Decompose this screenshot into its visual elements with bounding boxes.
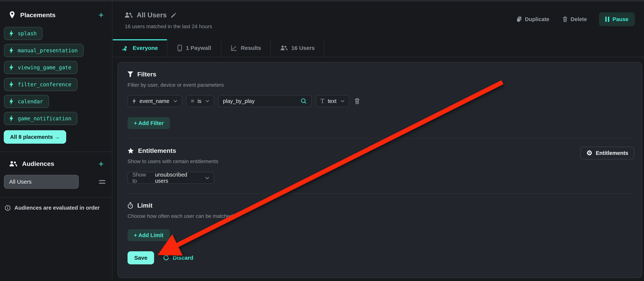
placement-pill[interactable]: viewing_game_gate (4, 61, 78, 74)
tab-label: 16 Users (291, 45, 315, 51)
filter-type-value: text (328, 98, 336, 104)
window-top-strip (0, 0, 644, 1)
chevron-down-icon (174, 100, 177, 102)
show-to-label: Show to (132, 172, 152, 184)
entitlements-settings-button[interactable]: ⚙ Entitlements (580, 147, 634, 159)
bolt-icon (132, 98, 136, 104)
placement-pill-label: calendar (18, 98, 43, 105)
delete-label: Delete (571, 16, 587, 22)
tab-paywall[interactable]: 1 Paywall (167, 39, 222, 57)
placement-pill[interactable]: game_notification (4, 112, 78, 125)
stopwatch-icon (128, 202, 133, 209)
audience-row: All Users (0, 167, 112, 189)
discard-button[interactable]: Discard (162, 254, 194, 261)
tab-bar: Everyone 1 Paywall Results 16 Users (113, 39, 644, 57)
drag-handle-icon[interactable] (99, 180, 105, 184)
pause-icon (605, 17, 609, 22)
page-title: All Users (137, 11, 166, 19)
show-to-value: unsubscribed users (155, 172, 201, 184)
filter-operator-value: is (198, 98, 202, 104)
filter-row: event_name = is play_by_play (128, 95, 634, 107)
users-icon (9, 161, 17, 167)
edit-pencil-icon[interactable] (171, 12, 177, 18)
funnel-icon (128, 71, 133, 77)
placement-pill[interactable]: splash (4, 27, 43, 40)
placement-pill-label: splash (18, 30, 37, 37)
filters-title: Filters (137, 71, 156, 78)
title-row: All Users (124, 11, 177, 19)
chevron-down-icon (341, 100, 344, 102)
audience-item[interactable]: All Users (4, 175, 79, 189)
tab-label: Everyone (132, 45, 158, 51)
copy-icon (516, 16, 522, 22)
entitlements-section: Entitlements Show to users with certain … (128, 138, 634, 193)
pause-label: Pause (612, 16, 628, 22)
text-type-icon: T (320, 98, 324, 104)
audiences-note-text: Audiences are evaluated in order (14, 205, 100, 211)
duplicate-label: Duplicate (525, 16, 550, 22)
entitlements-subtitle: Show to users with certain entitlements (128, 158, 634, 164)
users-icon (124, 12, 132, 18)
sidebar: Placements + splash manual_presentation … (0, 1, 112, 281)
discard-label: Discard (173, 255, 193, 261)
placement-pill-label: viewing_game_gate (18, 64, 72, 71)
filter-type-dropdown[interactable]: T text (316, 95, 349, 107)
bolt-icon (9, 64, 14, 71)
entitlements-settings-label: Entitlements (596, 150, 628, 156)
tab-everyone[interactable]: Everyone (113, 39, 167, 57)
bolt-icon (9, 115, 14, 122)
gear-icon: ⚙ (586, 150, 592, 156)
tab-label: Results (241, 45, 261, 51)
audiences-header: Audiences + (0, 152, 112, 167)
filter-field-dropdown[interactable]: event_name (128, 95, 182, 107)
tab-label: 1 Paywall (186, 45, 211, 51)
all-placements-button[interactable]: All 8 placements → (4, 130, 66, 144)
chart-icon (231, 45, 237, 51)
tab-users[interactable]: 16 Users (271, 39, 324, 57)
remove-filter-button[interactable] (353, 98, 361, 104)
duplicate-button[interactable]: Duplicate (515, 16, 550, 23)
bolt-icon (9, 47, 14, 54)
placement-pill-label: manual_presentation (18, 47, 78, 54)
app-window: Placements + splash manual_presentation … (0, 0, 644, 281)
star-icon (128, 148, 134, 154)
pause-button[interactable]: Pause (599, 12, 635, 26)
chevron-down-icon (205, 177, 209, 179)
bolt-icon (9, 98, 14, 105)
placement-pill[interactable]: filter_conference (4, 78, 78, 91)
limit-section: Limit Choose how often each user can be … (128, 193, 634, 243)
add-placement-button[interactable]: + (98, 11, 104, 18)
placements-title: Placements (20, 11, 98, 19)
trash-icon (562, 16, 568, 22)
limit-subtitle: Choose how often each user can be matche… (128, 213, 634, 219)
placement-pill-label: game_notification (18, 115, 72, 122)
placement-pill[interactable]: calendar (4, 95, 49, 108)
location-pin-icon (9, 11, 15, 19)
header-actions: Duplicate Delete Pause (515, 12, 635, 26)
main-header: All Users 16 users matched in the last 2… (113, 1, 644, 39)
split-arrows-icon (122, 45, 129, 51)
filter-value-text: play_by_play (223, 98, 254, 104)
limit-title: Limit (137, 202, 152, 209)
placement-pill-label: filter_conference (18, 81, 72, 88)
audiences-note: Audiences are evaluated in order (0, 198, 112, 211)
delete-button[interactable]: Delete (561, 16, 588, 23)
refresh-icon (163, 255, 170, 261)
limit-title-row: Limit (128, 202, 634, 209)
add-filter-button[interactable]: + Add Filter (128, 117, 170, 129)
filter-operator-dropdown[interactable]: = is (186, 95, 214, 107)
card-footer: Save Discard (128, 243, 634, 272)
save-button[interactable]: Save (128, 251, 154, 264)
filter-value-input[interactable]: play_by_play (218, 95, 312, 107)
equals-icon: = (191, 98, 194, 104)
show-to-dropdown[interactable]: Show to unsubscribed users (128, 172, 214, 184)
tab-results[interactable]: Results (222, 39, 271, 57)
placement-pill[interactable]: manual_presentation (4, 44, 84, 57)
placements-list: splash manual_presentation viewing_game_… (0, 19, 112, 125)
filters-section: Filters Filter by user, device or event … (128, 62, 634, 138)
add-limit-button[interactable]: + Add Limit (128, 229, 170, 241)
filters-subtitle: Filter by user, device or event paramete… (128, 82, 634, 88)
add-audience-button[interactable]: + (98, 161, 104, 167)
bolt-icon (9, 81, 14, 88)
main-panel: All Users 16 users matched in the last 2… (113, 1, 644, 281)
